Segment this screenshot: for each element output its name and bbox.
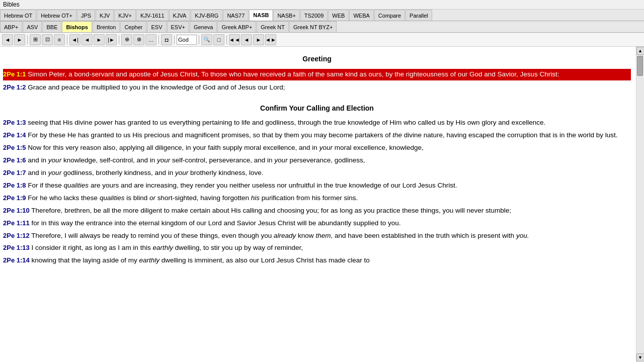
titlebar-label: Bibles xyxy=(3,1,20,8)
verse-text-2pe-1-12: Therefore, I will always be ready to rem… xyxy=(31,232,529,239)
tb-prev-prev-button[interactable]: ◄◄ xyxy=(229,34,240,45)
tab-kjv[interactable]: KJV xyxy=(96,10,114,21)
verse-2pe-1-2: 2Pe 1:2 Grace and peace be multiplied to… xyxy=(3,82,631,93)
verse-text-2pe-1-7: and in your godliness, brotherly kindnes… xyxy=(28,169,263,176)
verse-ref-2pe-1-2: 2Pe 1:2 xyxy=(3,83,26,91)
tab-bishops[interactable]: Bishops xyxy=(62,21,92,32)
tb-sep-5 xyxy=(174,35,175,44)
tab-jps[interactable]: JPS xyxy=(77,10,95,21)
content-wrapper: Greeting 2Pe 1:1 Simon Peter, a bond-ser… xyxy=(0,47,644,361)
tab-nasb[interactable]: NASB xyxy=(249,10,273,21)
verse-2pe-1-11: 2Pe 1:11 for in this way the entrance in… xyxy=(3,218,631,229)
tab-esv-plus[interactable]: ESV+ xyxy=(167,21,189,32)
scroll-track[interactable] xyxy=(637,55,644,353)
verse-2pe-1-3: 2Pe 1:3 seeing that His divine power has… xyxy=(3,118,631,128)
tb-prev-verse-button[interactable]: ◄ xyxy=(82,34,93,45)
tab-hebrew-ot-plus[interactable]: Hebrew OT+ xyxy=(37,10,76,21)
tb-forward-button[interactable]: ► xyxy=(14,34,25,45)
tab-kjv-brg[interactable]: KJV-BRG xyxy=(191,10,222,21)
tb-back-button[interactable]: ◄ xyxy=(2,34,13,45)
tb-split-button[interactable]: ⊡ xyxy=(42,34,53,45)
tab-greek-abp-plus[interactable]: Greek ABP+ xyxy=(217,21,256,32)
tab-kjv-1611[interactable]: KJV-1611 xyxy=(136,10,169,21)
tb-bookmark-button[interactable]: ◘ xyxy=(161,34,172,45)
verse-ref-2pe-1-3: 2Pe 1:3 xyxy=(3,119,26,126)
tab-row-1: Hebrew OTHebrew OT+JPSKJVKJV+KJV-1611KJV… xyxy=(0,10,644,21)
tb-sync-button[interactable]: ◄► xyxy=(265,34,276,45)
verse-2pe-1-9: 2Pe 1:9 For he who lacks these qualities… xyxy=(3,193,631,204)
section-heading-greeting: Greeting xyxy=(3,54,631,65)
tab-row-2: ABP+ASVBBEBishopsBrentonCepherESVESV+Gen… xyxy=(0,21,644,33)
verse-ref-2pe-1-1: 2Pe 1:1 xyxy=(3,70,28,78)
tb-next-verse-button[interactable]: ► xyxy=(94,34,105,45)
tb-copy-button[interactable]: ⊕ xyxy=(121,34,132,45)
tab-kjv-plus[interactable]: KJV+ xyxy=(114,10,136,21)
verse-ref-2pe-1-8: 2Pe 1:8 xyxy=(3,182,26,189)
tb-sep-4 xyxy=(158,35,159,44)
tab-nasb-plus[interactable]: NASB+ xyxy=(273,10,299,21)
verse-ref-2pe-1-13: 2Pe 1:13 xyxy=(3,244,30,251)
tab-asv[interactable]: ASV xyxy=(23,21,42,32)
zoom-in-button[interactable]: 🔍 xyxy=(201,34,212,45)
tab-nas77[interactable]: NAS77 xyxy=(223,10,249,21)
tb-prev2-button[interactable]: ◄ xyxy=(241,34,252,45)
verse-2pe-1-1: 2Pe 1:1 Simon Peter, a bond-servant and … xyxy=(3,69,631,80)
tab-web[interactable]: WEB xyxy=(328,10,349,21)
verse-text-2pe-1-6: and in your knowledge, self-control, and… xyxy=(28,156,365,164)
verse-ref-2pe-1-14: 2Pe 1:14 xyxy=(3,256,30,264)
tab-abp-plus[interactable]: ABP+ xyxy=(0,21,22,32)
tb-list-button[interactable]: ≡ xyxy=(54,34,65,45)
verse-2pe-1-6: 2Pe 1:6 and in your knowledge, self-cont… xyxy=(3,155,631,166)
search-input[interactable] xyxy=(177,35,197,45)
verse-text-2pe-1-11: for in this way the entrance into the et… xyxy=(32,219,401,227)
verse-2pe-1-13: 2Pe 1:13 I consider it right, as long as… xyxy=(3,243,631,253)
tb-sep-2 xyxy=(67,35,67,44)
tab-geneva[interactable]: Geneva xyxy=(190,21,217,32)
verse-ref-2pe-1-7: 2Pe 1:7 xyxy=(3,169,26,176)
tb-grid-button[interactable]: ⊞ xyxy=(30,34,41,45)
tab-cepher[interactable]: Cepher xyxy=(120,21,146,32)
scroll-thumb[interactable] xyxy=(637,56,643,76)
scrollbar: ▲ ▼ xyxy=(636,47,644,361)
tab-parallel[interactable]: Parallel xyxy=(406,10,432,21)
tb-notes-button[interactable]: ⊗ xyxy=(133,34,144,45)
tb-next2-button[interactable]: ► xyxy=(253,34,264,45)
tab-ts2009[interactable]: TS2009 xyxy=(300,10,328,21)
verse-text-2pe-1-10: Therefore, brethren, be all the more dil… xyxy=(31,207,511,214)
tb-prev-chapter-button[interactable]: ◄| xyxy=(69,34,80,45)
section-heading-confirm: Confirm Your Calling and Election xyxy=(3,103,631,114)
tb-sep-3 xyxy=(119,35,119,44)
verse-ref-2pe-1-10: 2Pe 1:10 xyxy=(3,207,30,214)
tab-hebrew-ot[interactable]: Hebrew OT xyxy=(0,10,36,21)
verse-text-2pe-1-4: For by these He has granted to us His pr… xyxy=(28,131,617,139)
verse-text-2pe-1-2: Grace and peace be multiplied to you in … xyxy=(28,83,285,91)
verse-2pe-1-8: 2Pe 1:8 For if these qualities are yours… xyxy=(3,180,631,191)
scroll-down-button[interactable]: ▼ xyxy=(636,353,645,361)
tab-greek-nt-byz-plus[interactable]: Greek NT BYZ+ xyxy=(289,21,337,32)
verse-text-2pe-1-1: Simon Peter, a bond-servant and apostle … xyxy=(28,70,559,78)
verse-ref-2pe-1-12: 2Pe 1:12 xyxy=(3,232,30,239)
verse-2pe-1-7: 2Pe 1:7 and in your godliness, brotherly… xyxy=(3,168,631,178)
verse-2pe-1-5: 2Pe 1:5 Now for this very reason also, a… xyxy=(3,143,631,153)
verse-text-2pe-1-8: For if these qualities are yours and are… xyxy=(28,182,457,189)
verse-2pe-1-12: 2Pe 1:12 Therefore, I will always be rea… xyxy=(3,231,631,241)
verse-2pe-1-14: 2Pe 1:14 knowing that the laying aside o… xyxy=(3,255,631,266)
tab-brenton[interactable]: Brenton xyxy=(93,21,120,32)
verse-2pe-1-4: 2Pe 1:4 For by these He has granted to u… xyxy=(3,130,631,141)
tb-more-button[interactable]: … xyxy=(145,34,156,45)
tab-weba[interactable]: WEBA xyxy=(349,10,373,21)
bible-content: Greeting 2Pe 1:1 Simon Peter, a bond-ser… xyxy=(0,47,636,361)
verse-text-2pe-1-3: seeing that His divine power has granted… xyxy=(28,119,545,126)
verse-ref-2pe-1-4: 2Pe 1:4 xyxy=(3,131,26,139)
tab-esv[interactable]: ESV xyxy=(147,21,166,32)
scroll-up-button[interactable]: ▲ xyxy=(636,47,645,55)
verse-ref-2pe-1-5: 2Pe 1:5 xyxy=(3,144,26,151)
tab-bbe[interactable]: BBE xyxy=(42,21,61,32)
verse-ref-2pe-1-9: 2Pe 1:9 xyxy=(3,194,26,202)
verse-ref-2pe-1-6: 2Pe 1:6 xyxy=(3,156,26,164)
tb-next-chapter-button[interactable]: |► xyxy=(106,34,117,45)
tab-kjva[interactable]: KJVA xyxy=(169,10,191,21)
tab-greek-nt[interactable]: Greek NT xyxy=(257,21,289,32)
tab-compare[interactable]: Compare xyxy=(374,10,405,21)
zoom-out-button[interactable]: □ xyxy=(213,34,224,45)
